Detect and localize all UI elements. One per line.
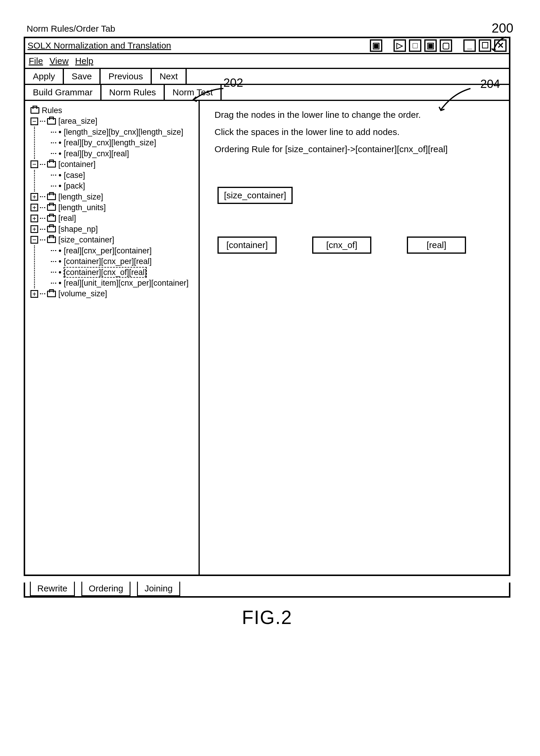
window-button-c[interactable]: □ bbox=[409, 39, 421, 52]
tree-item[interactable]: [real][by_cnx][length_size] bbox=[64, 137, 156, 148]
app-window: SOLX Normalization and Translation ▣ ▷ □… bbox=[24, 37, 510, 576]
tab-joining[interactable]: Joining bbox=[137, 582, 180, 596]
folder-icon bbox=[47, 215, 56, 222]
callout-204-wrapper bbox=[438, 86, 473, 115]
folder-icon bbox=[47, 194, 56, 200]
folder-icon bbox=[47, 161, 56, 168]
tree-item[interactable]: [container] bbox=[58, 159, 95, 170]
figure-label: FIG.2 bbox=[24, 607, 510, 628]
callout-200-arrow bbox=[491, 36, 509, 53]
tree-item[interactable]: [size_container] bbox=[58, 234, 114, 245]
token-cnx-of[interactable]: [cnx_of] bbox=[312, 236, 371, 254]
tree-item[interactable]: [area_size] bbox=[58, 116, 97, 126]
callout-202-wrapper bbox=[191, 86, 226, 106]
outer-window-label: Norm Rules/Order Tab bbox=[27, 24, 510, 34]
bottom-tab-bar: Rewrite Ordering Joining bbox=[24, 582, 510, 598]
window-button-d[interactable]: ▣ bbox=[424, 39, 437, 52]
expander-icon[interactable]: − bbox=[31, 117, 38, 125]
build-grammar-button[interactable]: Build Grammar bbox=[25, 85, 101, 100]
tree-item[interactable]: [real][cnx_per][container] bbox=[64, 245, 152, 256]
folder-icon bbox=[47, 204, 56, 211]
tree-item[interactable]: [length_units] bbox=[58, 202, 106, 213]
expander-icon[interactable]: + bbox=[31, 225, 38, 233]
expander-icon[interactable]: + bbox=[31, 193, 38, 201]
callout-204: 204 bbox=[480, 77, 500, 90]
callout-204-arrow bbox=[438, 86, 473, 113]
tree-item[interactable]: [case] bbox=[64, 170, 85, 181]
folder-icon bbox=[47, 118, 56, 125]
expander-icon[interactable]: − bbox=[31, 160, 38, 168]
tree-item[interactable]: [pack] bbox=[64, 181, 85, 191]
tree-item[interactable]: [volume_size] bbox=[58, 288, 107, 299]
tree-root-label: Rules bbox=[42, 105, 62, 116]
titlebar: SOLX Normalization and Translation ▣ ▷ □… bbox=[25, 38, 509, 54]
window-control-group-left: ▣ bbox=[370, 39, 382, 52]
expander-icon[interactable]: + bbox=[31, 204, 38, 211]
window-control-group-right: ▷ □ ▣ ▢ bbox=[394, 39, 452, 52]
content-area: Rules −[area_size] •[length_size][by_cnx… bbox=[25, 101, 509, 574]
callout-202-arrow bbox=[191, 86, 226, 104]
minimize-button[interactable]: _ bbox=[464, 39, 476, 52]
hint-click: Click the spaces in the lower line to ad… bbox=[214, 127, 500, 137]
tree-item[interactable]: [real][unit_item][cnx_per][container] bbox=[64, 278, 189, 288]
window-button-b[interactable]: ▷ bbox=[394, 39, 406, 52]
toolbar-primary: Apply Save Previous Next bbox=[25, 69, 509, 85]
toolbar-spacer bbox=[187, 69, 202, 84]
toolbar-secondary: Build Grammar Norm Rules Norm Test bbox=[25, 85, 509, 101]
folder-icon bbox=[31, 107, 39, 114]
window-button-e[interactable]: ▢ bbox=[440, 39, 452, 52]
expander-icon[interactable]: − bbox=[31, 236, 38, 243]
next-button[interactable]: Next bbox=[152, 69, 187, 84]
previous-button[interactable]: Previous bbox=[101, 69, 152, 84]
tree-item[interactable]: [real][by_cnx][real] bbox=[64, 148, 129, 159]
folder-icon bbox=[47, 226, 56, 232]
tab-rewrite[interactable]: Rewrite bbox=[30, 582, 75, 596]
rules-tree-pane: Rules −[area_size] •[length_size][by_cnx… bbox=[25, 101, 200, 574]
maximize-button[interactable]: ☐ bbox=[479, 39, 491, 52]
tree-item[interactable]: [length_size][by_cnx][length_size] bbox=[64, 127, 183, 137]
rules-tree[interactable]: Rules −[area_size] •[length_size][by_cnx… bbox=[31, 105, 196, 299]
expander-icon[interactable]: + bbox=[31, 290, 38, 298]
callout-200: 200 bbox=[492, 21, 513, 36]
ordering-editor-pane: 202 204 Drag the nodes in the lower line… bbox=[200, 101, 509, 574]
expander-icon[interactable]: + bbox=[31, 215, 38, 222]
window-button-a[interactable]: ▣ bbox=[370, 39, 382, 52]
rule-head-token[interactable]: [size_container] bbox=[217, 187, 293, 204]
menu-file[interactable]: File bbox=[29, 56, 43, 66]
tree-item[interactable]: [container][cnx_per][real] bbox=[64, 256, 152, 267]
window-title: SOLX Normalization and Translation bbox=[28, 41, 370, 51]
menubar: File View Help bbox=[25, 54, 509, 69]
folder-icon bbox=[47, 236, 56, 243]
tree-item[interactable]: [real] bbox=[58, 213, 76, 224]
token-container[interactable]: [container] bbox=[217, 236, 277, 254]
folder-icon bbox=[47, 291, 56, 297]
tree-item[interactable]: [length_size] bbox=[58, 192, 103, 202]
tree-item-selected[interactable]: [container][cnx_of][real] bbox=[64, 267, 147, 278]
token-real[interactable]: [real] bbox=[407, 236, 466, 254]
ordering-token-row[interactable]: [container] [cnx_of] [real] bbox=[214, 236, 500, 254]
menu-help[interactable]: Help bbox=[75, 56, 93, 66]
tree-item[interactable]: [shape_np] bbox=[58, 224, 98, 234]
ordering-rule-label: Ordering Rule for [size_container]->[con… bbox=[214, 144, 500, 154]
menu-view[interactable]: View bbox=[50, 56, 68, 66]
callout-202: 202 bbox=[223, 76, 243, 89]
apply-button[interactable]: Apply bbox=[25, 69, 64, 84]
norm-rules-tab[interactable]: Norm Rules bbox=[101, 85, 165, 100]
tab-ordering[interactable]: Ordering bbox=[81, 582, 131, 596]
save-button[interactable]: Save bbox=[64, 69, 101, 84]
